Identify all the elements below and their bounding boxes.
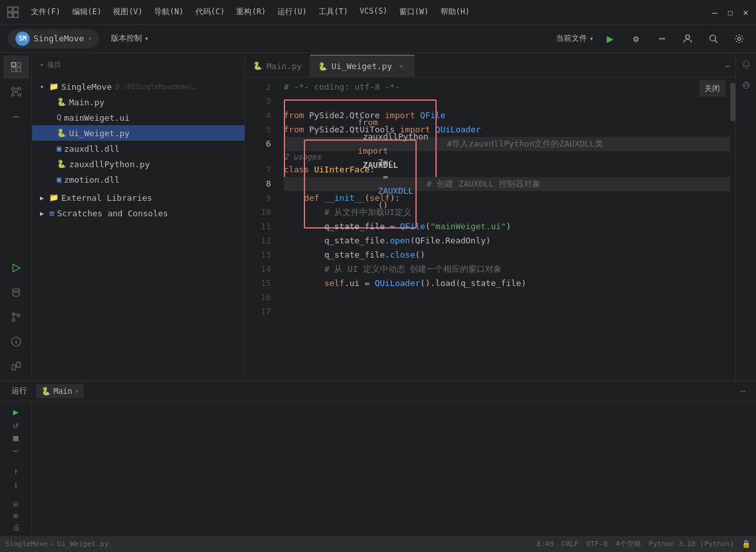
menu-code[interactable]: 代码(C) (190, 5, 230, 19)
activity-project-icon[interactable] (3, 56, 29, 79)
lock-icon[interactable]: 🔒 (742, 540, 751, 548)
status-python[interactable]: Python 3.10 (Python) (649, 540, 734, 548)
project-chevron-icon: ▾ (88, 35, 92, 42)
tree-item-zmotion[interactable]: ▣ zmotion.dll (32, 172, 244, 187)
scroll-down-btn[interactable]: ↓ (5, 479, 28, 489)
notification-icon[interactable] (737, 56, 755, 74)
activity-nodes-icon[interactable] (3, 80, 29, 103)
wrap-all-btn[interactable]: ⊞ (5, 511, 28, 520)
activity-info-icon[interactable] (3, 330, 29, 353)
tree-spacer (48, 114, 55, 121)
activity-run-icon[interactable] (3, 256, 29, 280)
code-area[interactable]: 关闭 # -*- coding: utf-8 -*- from PySide2.… (279, 77, 730, 380)
status-line-ending[interactable]: CRLF (561, 540, 579, 548)
app-logo (5, 5, 21, 20)
status-encoding[interactable]: UTF-8 (586, 540, 608, 548)
activity-more-icon[interactable]: ⋯ (3, 105, 29, 128)
svg-point-12 (12, 87, 14, 90)
tree-item-singlemove[interactable]: ▾ 📁 SingleMove D:\01SingleMoveDemo\Singl… (32, 79, 244, 94)
profile-button[interactable] (679, 30, 697, 48)
maximize-button[interactable]: ☐ (725, 7, 735, 17)
run-play-btn[interactable]: ▶ (5, 407, 28, 417)
menu-refactor[interactable]: 重构(R) (231, 5, 271, 19)
code-line-10: # 从文件中加载UI定义 (284, 205, 730, 220)
tree-item-ui-weiget[interactable]: 🐍 Ui_Weiget.py (32, 125, 244, 141)
menu-help[interactable]: 帮助(H) (435, 5, 475, 19)
ai-icon[interactable] (737, 76, 755, 94)
bottom-action-more[interactable]: ⋯ (735, 383, 751, 399)
run-reload-btn[interactable]: ↺ (5, 420, 28, 430)
menu-file[interactable]: 文件(F) (26, 5, 66, 19)
tree-item-main-py[interactable]: 🐍 Main.py (32, 94, 244, 110)
sidebar-tree: ▾ 📁 SingleMove D:\01SingleMoveDemo\Singl… (32, 76, 244, 380)
terminal-area[interactable] (32, 402, 756, 535)
breadcrumb-sep-icon: › (50, 540, 55, 548)
menu-edit[interactable]: 编辑(E) (67, 5, 107, 19)
editor-section: 🐍 Main.py 🐍 Ui_Weiget.py ✕ ⋯ 2 3 4 5 6 (245, 53, 756, 380)
run-stop-btn[interactable]: ■ (5, 433, 28, 443)
current-file-btn[interactable]: 当前文件 ▾ (556, 33, 593, 44)
more-button[interactable]: ⋯ (653, 30, 671, 48)
minimize-button[interactable]: — (710, 7, 720, 17)
status-position[interactable]: 8:40 (537, 540, 554, 548)
tab-py-icon-bottom: 🐍 (41, 387, 51, 396)
tree-item-ext-libs[interactable]: ▶ 📁 External Libraries (32, 190, 244, 205)
code-text: = (385, 220, 400, 234)
window-controls[interactable]: — ☐ ✕ (710, 7, 751, 17)
run-tab[interactable]: 运行 (5, 383, 34, 399)
run-button[interactable]: ▶ (601, 30, 619, 48)
debug-button[interactable]: ⚙ (627, 30, 645, 48)
tree-label-zauxdll: zauxdll.dll (64, 144, 119, 154)
activity-bar: ⋯ (0, 53, 32, 380)
menu-window[interactable]: 窗口(W) (394, 5, 434, 19)
sidebar-header[interactable]: ▾ 项目 (32, 53, 244, 76)
tab-bar: 🐍 Main.py 🐍 Ui_Weiget.py ✕ ⋯ (245, 53, 735, 77)
tab-close-icon[interactable]: ✕ (396, 61, 406, 72)
tab-main-py[interactable]: 🐍 Main.py (245, 55, 310, 77)
tab-ui-weiget[interactable]: 🐍 Ui_Weiget.py ✕ (310, 55, 415, 77)
status-indent[interactable]: 4个空格 (615, 539, 641, 549)
project-switcher[interactable]: SM SingleMove ▾ (8, 29, 99, 48)
menu-view[interactable]: 视图(V) (108, 5, 148, 19)
tree-item-scratches[interactable]: ▶ ≡ Scratches and Consoles (32, 205, 244, 221)
activity-db-icon[interactable] (3, 281, 29, 304)
code-line-17 (284, 305, 730, 319)
tree-item-zauxpython[interactable]: 🐍 zauxdllPython.py (32, 156, 244, 172)
code-text: (QFile.ReadOnly) (410, 234, 491, 248)
tree-chevron-collapsed-icon: ▶ (40, 194, 48, 201)
activity-git-icon[interactable] (3, 305, 29, 329)
scrollbar[interactable] (730, 77, 735, 380)
main-tab[interactable]: 🐍 Main ✕ (36, 384, 84, 398)
menu-run[interactable]: 运行(U) (272, 5, 312, 19)
tree-item-zauxdll[interactable]: ▣ zauxdll.dll (32, 141, 244, 156)
avatar: SM (15, 32, 30, 46)
scroll-up-btn[interactable]: ↑ (5, 466, 28, 476)
run-more-btn[interactable]: ⋯ (5, 445, 28, 456)
code-keyword: self (324, 276, 344, 291)
tree-chevron-icon: ▾ (40, 83, 48, 90)
code-string: "mainWeiget.ui" (430, 220, 506, 234)
breadcrumb-project[interactable]: SingleMove (5, 540, 48, 548)
breadcrumb-file[interactable]: Ui_Weiget.py (57, 540, 108, 548)
close-button[interactable]: ✕ (741, 7, 751, 17)
search-button[interactable] (704, 30, 722, 48)
menu-nav[interactable]: 导航(N) (149, 5, 189, 19)
code-text: . (385, 248, 390, 262)
code-fn: QFile (400, 220, 425, 234)
tree-item-main-ui[interactable]: Q mainWeiget.ui (32, 110, 244, 125)
menu-vcs[interactable]: VCS(S) (355, 5, 393, 19)
ext-lib-icon: 📁 (49, 193, 59, 202)
version-control[interactable]: 版本控制 ▾ (104, 30, 155, 46)
code-comment: # 从 UI 定义中动态 创建一个相应的窗口对象 (324, 262, 502, 276)
code-text: () (415, 248, 426, 262)
svg-rect-3 (14, 13, 18, 17)
bottom-tab-close-icon[interactable]: ✕ (75, 387, 79, 394)
activity-plugin-icon[interactable] (3, 354, 29, 378)
code-text: ): (390, 191, 400, 205)
menu-tools[interactable]: 工具(T) (313, 5, 353, 19)
settings-button[interactable] (730, 30, 748, 48)
wrap-btn[interactable]: ⊟ (5, 500, 28, 509)
menu-bar[interactable]: 文件(F) 编辑(E) 视图(V) 导航(N) 代码(C) 重构(R) 运行(U… (26, 5, 475, 19)
print-btn[interactable]: 🖨 (5, 523, 28, 532)
tab-more-button[interactable]: ⋯ (720, 55, 735, 77)
